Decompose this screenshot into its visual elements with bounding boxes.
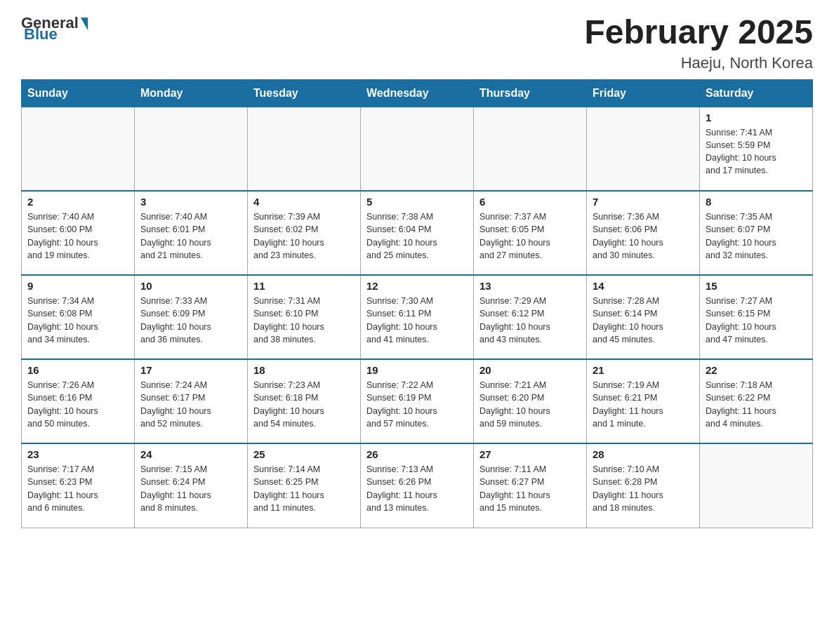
calendar-title: February 2025 — [584, 14, 813, 51]
calendar-cell: 5Sunrise: 7:38 AM Sunset: 6:04 PM Daylig… — [361, 191, 474, 275]
logo-blue-text: Blue — [24, 25, 58, 43]
day-number: 12 — [366, 280, 468, 292]
day-info: Sunrise: 7:17 AM Sunset: 6:23 PM Dayligh… — [27, 463, 128, 514]
day-info: Sunrise: 7:40 AM Sunset: 6:01 PM Dayligh… — [140, 210, 241, 262]
calendar-cell: 14Sunrise: 7:28 AM Sunset: 6:14 PM Dayli… — [587, 275, 700, 359]
weekday-header-tuesday: Tuesday — [248, 79, 361, 107]
calendar-cell: 11Sunrise: 7:31 AM Sunset: 6:10 PM Dayli… — [248, 275, 361, 359]
calendar-week-row: 23Sunrise: 7:17 AM Sunset: 6:23 PM Dayli… — [22, 443, 813, 528]
day-info: Sunrise: 7:37 AM Sunset: 6:05 PM Dayligh… — [479, 210, 581, 262]
calendar-cell: 1Sunrise: 7:41 AM Sunset: 5:59 PM Daylig… — [700, 107, 813, 191]
day-number: 23 — [27, 448, 128, 460]
calendar-week-row: 1Sunrise: 7:41 AM Sunset: 5:59 PM Daylig… — [22, 107, 813, 191]
day-number: 11 — [253, 280, 355, 292]
weekday-header-saturday: Saturday — [700, 79, 813, 107]
day-number: 4 — [253, 196, 355, 208]
day-info: Sunrise: 7:33 AM Sunset: 6:09 PM Dayligh… — [140, 295, 241, 346]
day-number: 6 — [479, 196, 581, 208]
calendar-cell: 13Sunrise: 7:29 AM Sunset: 6:12 PM Dayli… — [474, 275, 587, 359]
calendar-cell: 15Sunrise: 7:27 AM Sunset: 6:15 PM Dayli… — [700, 275, 813, 359]
day-info: Sunrise: 7:27 AM Sunset: 6:15 PM Dayligh… — [706, 295, 807, 346]
day-info: Sunrise: 7:18 AM Sunset: 6:22 PM Dayligh… — [706, 379, 807, 430]
day-info: Sunrise: 7:29 AM Sunset: 6:12 PM Dayligh… — [479, 295, 581, 346]
day-number: 24 — [140, 448, 241, 460]
day-info: Sunrise: 7:36 AM Sunset: 6:06 PM Dayligh… — [593, 210, 694, 262]
calendar-week-row: 2Sunrise: 7:40 AM Sunset: 6:00 PM Daylig… — [22, 191, 813, 275]
calendar-cell: 4Sunrise: 7:39 AM Sunset: 6:02 PM Daylig… — [248, 191, 361, 275]
day-number: 13 — [479, 280, 581, 292]
calendar-cell: 16Sunrise: 7:26 AM Sunset: 6:16 PM Dayli… — [22, 359, 135, 443]
calendar-table: SundayMondayTuesdayWednesdayThursdayFrid… — [21, 79, 813, 528]
calendar-cell: 26Sunrise: 7:13 AM Sunset: 6:26 PM Dayli… — [361, 443, 474, 528]
weekday-header-sunday: Sunday — [22, 79, 135, 107]
calendar-header-row: SundayMondayTuesdayWednesdayThursdayFrid… — [22, 79, 813, 107]
calendar-cell: 27Sunrise: 7:11 AM Sunset: 6:27 PM Dayli… — [474, 443, 587, 528]
day-info: Sunrise: 7:19 AM Sunset: 6:21 PM Dayligh… — [593, 379, 694, 430]
day-number: 5 — [366, 196, 468, 208]
calendar-cell: 28Sunrise: 7:10 AM Sunset: 6:28 PM Dayli… — [587, 443, 700, 528]
calendar-cell: 25Sunrise: 7:14 AM Sunset: 6:25 PM Dayli… — [248, 443, 361, 528]
day-number: 27 — [479, 448, 581, 460]
calendar-cell: 17Sunrise: 7:24 AM Sunset: 6:17 PM Dayli… — [135, 359, 248, 443]
calendar-cell: 2Sunrise: 7:40 AM Sunset: 6:00 PM Daylig… — [22, 191, 135, 275]
calendar-cell: 9Sunrise: 7:34 AM Sunset: 6:08 PM Daylig… — [22, 275, 135, 359]
page-header: General Blue February 2025 Haeju, North … — [21, 14, 813, 72]
day-info: Sunrise: 7:15 AM Sunset: 6:24 PM Dayligh… — [140, 463, 241, 514]
day-number: 3 — [140, 196, 241, 208]
day-info: Sunrise: 7:34 AM Sunset: 6:08 PM Dayligh… — [27, 295, 128, 346]
day-number: 25 — [253, 448, 355, 460]
calendar-subtitle: Haeju, North Korea — [584, 54, 813, 72]
calendar-cell — [700, 443, 813, 528]
calendar-cell — [361, 107, 474, 191]
logo: General Blue — [21, 14, 88, 43]
weekday-header-monday: Monday — [135, 79, 248, 107]
calendar-cell: 10Sunrise: 7:33 AM Sunset: 6:09 PM Dayli… — [135, 275, 248, 359]
calendar-cell: 19Sunrise: 7:22 AM Sunset: 6:19 PM Dayli… — [361, 359, 474, 443]
calendar-cell: 20Sunrise: 7:21 AM Sunset: 6:20 PM Dayli… — [474, 359, 587, 443]
day-number: 18 — [253, 364, 355, 376]
day-info: Sunrise: 7:39 AM Sunset: 6:02 PM Dayligh… — [253, 210, 355, 262]
day-number: 22 — [706, 364, 807, 376]
day-number: 21 — [593, 364, 694, 376]
day-number: 1 — [706, 112, 807, 123]
day-info: Sunrise: 7:11 AM Sunset: 6:27 PM Dayligh… — [479, 463, 581, 514]
day-number: 16 — [27, 364, 128, 376]
day-info: Sunrise: 7:30 AM Sunset: 6:11 PM Dayligh… — [366, 295, 468, 346]
calendar-week-row: 16Sunrise: 7:26 AM Sunset: 6:16 PM Dayli… — [22, 359, 813, 443]
day-number: 19 — [366, 364, 468, 376]
calendar-cell: 18Sunrise: 7:23 AM Sunset: 6:18 PM Dayli… — [248, 359, 361, 443]
calendar-cell: 3Sunrise: 7:40 AM Sunset: 6:01 PM Daylig… — [135, 191, 248, 275]
calendar-cell: 6Sunrise: 7:37 AM Sunset: 6:05 PM Daylig… — [474, 191, 587, 275]
day-info: Sunrise: 7:26 AM Sunset: 6:16 PM Dayligh… — [27, 379, 128, 430]
day-info: Sunrise: 7:31 AM Sunset: 6:10 PM Dayligh… — [253, 295, 355, 346]
day-info: Sunrise: 7:13 AM Sunset: 6:26 PM Dayligh… — [366, 463, 468, 514]
day-info: Sunrise: 7:35 AM Sunset: 6:07 PM Dayligh… — [706, 210, 807, 262]
weekday-header-thursday: Thursday — [474, 79, 587, 107]
calendar-cell — [135, 107, 248, 191]
calendar-cell: 8Sunrise: 7:35 AM Sunset: 6:07 PM Daylig… — [700, 191, 813, 275]
calendar-cell: 21Sunrise: 7:19 AM Sunset: 6:21 PM Dayli… — [587, 359, 700, 443]
day-number: 14 — [593, 280, 694, 292]
day-info: Sunrise: 7:24 AM Sunset: 6:17 PM Dayligh… — [140, 379, 241, 430]
day-info: Sunrise: 7:40 AM Sunset: 6:00 PM Dayligh… — [27, 210, 128, 262]
calendar-cell — [22, 107, 135, 191]
calendar-cell: 12Sunrise: 7:30 AM Sunset: 6:11 PM Dayli… — [361, 275, 474, 359]
day-number: 15 — [706, 280, 807, 292]
day-info: Sunrise: 7:22 AM Sunset: 6:19 PM Dayligh… — [366, 379, 468, 430]
weekday-header-wednesday: Wednesday — [361, 79, 474, 107]
day-number: 20 — [479, 364, 581, 376]
day-number: 7 — [593, 196, 694, 208]
calendar-cell — [474, 107, 587, 191]
day-info: Sunrise: 7:41 AM Sunset: 5:59 PM Dayligh… — [706, 126, 807, 177]
day-number: 9 — [27, 280, 128, 292]
day-number: 10 — [140, 280, 241, 292]
day-info: Sunrise: 7:21 AM Sunset: 6:20 PM Dayligh… — [479, 379, 581, 430]
day-info: Sunrise: 7:10 AM Sunset: 6:28 PM Dayligh… — [593, 463, 694, 514]
calendar-cell — [248, 107, 361, 191]
day-info: Sunrise: 7:38 AM Sunset: 6:04 PM Dayligh… — [366, 210, 468, 262]
calendar-cell: 23Sunrise: 7:17 AM Sunset: 6:23 PM Dayli… — [22, 443, 135, 528]
day-number: 8 — [706, 196, 807, 208]
calendar-cell: 24Sunrise: 7:15 AM Sunset: 6:24 PM Dayli… — [135, 443, 248, 528]
day-info: Sunrise: 7:23 AM Sunset: 6:18 PM Dayligh… — [253, 379, 355, 430]
calendar-cell: 22Sunrise: 7:18 AM Sunset: 6:22 PM Dayli… — [700, 359, 813, 443]
